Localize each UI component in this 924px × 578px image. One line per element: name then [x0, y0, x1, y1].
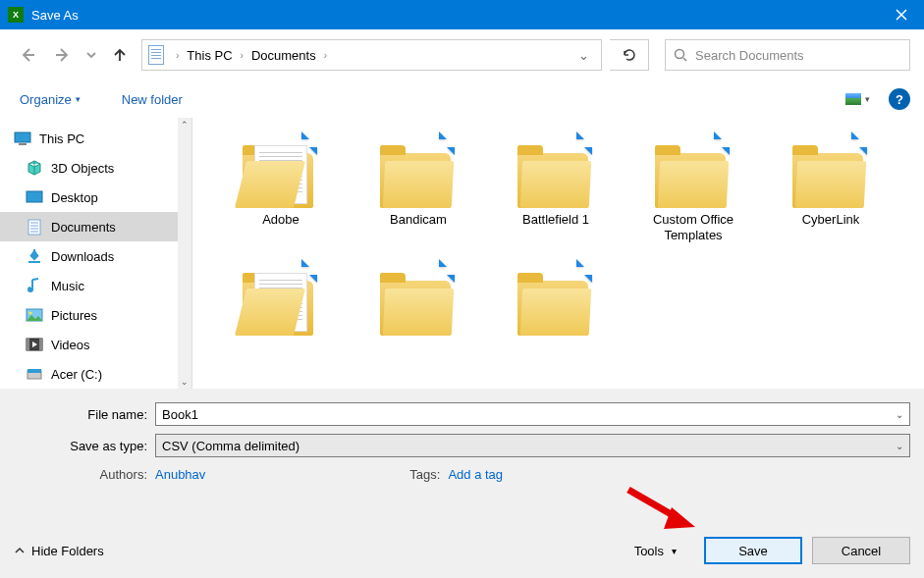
scroll-up-icon[interactable]: ⌃ — [178, 118, 191, 131]
folder-label: CyberLink — [802, 212, 860, 228]
chevron-down-icon[interactable]: ⌄ — [896, 409, 903, 420]
folder-cyberlink[interactable]: CyberLink — [762, 128, 899, 255]
folder-label: Adobe — [262, 212, 299, 228]
tree-label: Downloads — [51, 249, 114, 264]
tree-desktop[interactable]: Desktop — [0, 183, 191, 212]
window-title: Save As — [31, 8, 879, 23]
tree-3dobjects[interactable]: 3D Objects — [0, 153, 191, 183]
close-button[interactable] — [879, 0, 924, 29]
chevron-right-icon[interactable]: › — [237, 50, 247, 61]
cancel-button[interactable]: Cancel — [812, 537, 910, 564]
toolbar: Organize New folder ? — [0, 80, 924, 118]
address-dropdown[interactable]: ⌄ — [572, 48, 595, 63]
address-bar[interactable]: › This PC › Documents › ⌄ — [141, 39, 602, 71]
pictures-icon — [26, 306, 43, 324]
svg-point-0 — [676, 50, 684, 59]
annotation-arrow-icon — [625, 486, 699, 535]
savetype-combo[interactable]: CSV (Comma delimited) ⌄ — [155, 434, 910, 457]
filename-input[interactable]: Book1 ⌄ — [155, 402, 910, 426]
tree-thispc[interactable]: This PC — [0, 124, 191, 153]
save-button[interactable]: Save — [704, 537, 802, 564]
filename-value: Book1 — [162, 407, 198, 422]
svg-rect-3 — [27, 191, 42, 202]
tags-value[interactable]: Add a tag — [448, 467, 503, 482]
content-body: This PC 3D Objects Desktop Documents Dow… — [0, 118, 924, 389]
tree-label: This PC — [39, 131, 84, 146]
sync-icon — [433, 257, 461, 285]
tree-label: Videos — [51, 338, 90, 352]
location-icon — [148, 45, 164, 65]
tree-pictures[interactable]: Pictures — [0, 300, 191, 330]
new-folder-button[interactable]: New folder — [116, 88, 189, 111]
tools-button[interactable]: Tools — [634, 544, 677, 558]
tree-scrollbar[interactable]: ⌃ ⌄ — [178, 118, 191, 389]
tree-videos[interactable]: Videos — [0, 330, 191, 359]
back-button[interactable] — [14, 41, 41, 69]
sync-icon — [571, 257, 598, 285]
organize-button[interactable]: Organize — [14, 88, 86, 111]
tags-label: Tags: — [409, 467, 448, 482]
sync-icon — [845, 130, 873, 157]
chevron-down-icon[interactable]: ⌄ — [896, 441, 903, 451]
folder-label: Custom Office Templates — [625, 212, 762, 242]
forward-button[interactable] — [49, 41, 77, 69]
tree-acer-c[interactable]: Acer (C:) — [0, 359, 191, 389]
svg-point-7 — [29, 312, 32, 315]
sync-icon — [708, 130, 735, 157]
scroll-down-icon[interactable]: ⌄ — [178, 375, 191, 389]
tree-label: Documents — [51, 220, 116, 235]
tree-label: 3D Objects — [51, 161, 114, 176]
sync-icon — [571, 130, 598, 157]
folder-label: Battlefield 1 — [522, 212, 589, 228]
folder-custom-office-templates[interactable]: Custom Office Templates — [625, 128, 762, 255]
folder-item[interactable] — [487, 255, 625, 383]
folder-item[interactable] — [212, 255, 350, 383]
svg-rect-4 — [28, 220, 40, 235]
help-button[interactable]: ? — [889, 88, 910, 110]
file-pane[interactable]: Adobe Bandicam Battlefield 1 Custom Offi… — [192, 118, 924, 389]
sync-icon — [296, 257, 323, 285]
svg-point-5 — [28, 288, 32, 291]
recent-dropdown[interactable] — [84, 41, 98, 69]
svg-rect-9 — [27, 339, 29, 350]
chevron-right-icon[interactable]: › — [172, 50, 183, 61]
breadcrumb-thispc[interactable]: This PC — [183, 48, 236, 63]
videos-icon — [26, 336, 43, 353]
music-icon — [26, 277, 43, 294]
breadcrumb-documents[interactable]: Documents — [247, 48, 320, 63]
search-icon — [674, 48, 687, 62]
tree-label: Pictures — [51, 308, 97, 323]
savetype-value: CSV (Comma delimited) — [162, 439, 299, 453]
save-form: File name: Book1 ⌄ Save as type: CSV (Co… — [0, 389, 924, 578]
documents-icon — [26, 218, 43, 236]
authors-value[interactable]: Anubhav — [155, 467, 205, 482]
view-options-button[interactable] — [840, 87, 875, 111]
folder-battlefield1[interactable]: Battlefield 1 — [487, 128, 625, 255]
folder-item[interactable] — [350, 255, 487, 383]
excel-icon: X — [8, 7, 24, 23]
tree-documents[interactable]: Documents — [0, 212, 191, 241]
tree-label: Music — [51, 279, 84, 293]
tree-label: Desktop — [51, 190, 98, 205]
refresh-button[interactable] — [610, 39, 649, 71]
search-input[interactable] — [695, 48, 901, 63]
filename-label: File name: — [14, 407, 155, 422]
search-box[interactable] — [665, 39, 910, 71]
action-row: Hide Folders Tools Save Cancel — [14, 537, 910, 564]
sync-icon — [296, 130, 323, 157]
view-thumb-icon — [845, 93, 861, 105]
folder-bandicam[interactable]: Bandicam — [350, 128, 487, 255]
tree-downloads[interactable]: Downloads — [0, 241, 191, 271]
chevron-right-icon[interactable]: › — [320, 50, 331, 61]
chevron-up-icon — [14, 545, 26, 556]
savetype-label: Save as type: — [14, 439, 155, 453]
hide-folders-label: Hide Folders — [31, 544, 104, 558]
hide-folders-button[interactable]: Hide Folders — [14, 544, 104, 558]
tree-music[interactable]: Music — [0, 271, 191, 300]
cube-icon — [26, 159, 43, 177]
tree-label: Acer (C:) — [51, 367, 102, 382]
sync-icon — [433, 130, 461, 157]
titlebar: X Save As — [0, 0, 924, 29]
up-button[interactable] — [106, 41, 134, 69]
folder-adobe[interactable]: Adobe — [212, 128, 350, 255]
